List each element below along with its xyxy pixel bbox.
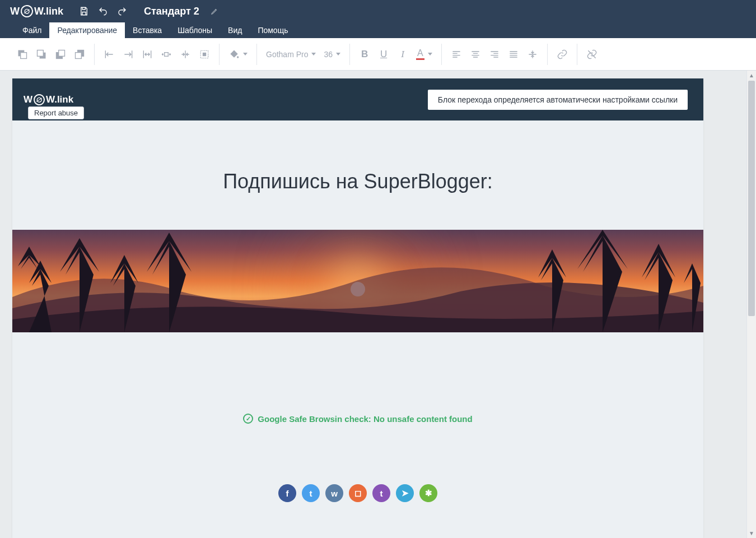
logo-text-right: W.link xyxy=(34,6,63,17)
safe-browsing-text: Google Safe Browsin check: No unsafe con… xyxy=(258,414,472,424)
hero-image[interactable] xyxy=(12,230,703,332)
vertical-scrollbar[interactable]: ▲ ▼ xyxy=(746,71,756,538)
font-size-value: 36 xyxy=(324,50,333,59)
quick-actions xyxy=(79,6,127,16)
trees-left-graphic xyxy=(12,230,214,332)
menu-file[interactable]: Файл xyxy=(15,22,49,38)
menu-help[interactable]: Помощь xyxy=(250,22,296,38)
page-headline[interactable]: Подпишись на SuperBlogger: xyxy=(12,170,703,193)
document-title-text: Стандарт 2 xyxy=(144,6,199,17)
svg-rect-3 xyxy=(38,50,44,56)
report-abuse-button[interactable]: Report abuse xyxy=(28,106,84,119)
check-shield-icon: ✓ xyxy=(243,414,253,424)
logo-text-left: W xyxy=(10,6,20,17)
align-right-edge-icon[interactable] xyxy=(123,49,134,60)
scrollbar-thumb[interactable] xyxy=(748,81,755,316)
chevron-down-icon xyxy=(311,53,316,55)
underline-button[interactable]: U xyxy=(378,49,389,60)
social-evernote-icon[interactable]: ✱ xyxy=(419,484,437,502)
chevron-down-icon xyxy=(336,53,340,55)
safe-browsing-status: ✓ Google Safe Browsin check: No unsafe c… xyxy=(12,414,703,424)
chevron-down-icon xyxy=(243,53,248,55)
logo-swirl-icon: ∅ xyxy=(20,4,35,19)
formatting-toolbar: Gotham Pro 36 B U I A xyxy=(0,38,756,71)
paint-bucket-icon xyxy=(228,49,240,60)
document-title[interactable]: Стандарт 2 xyxy=(144,6,218,17)
align-justify-icon[interactable] xyxy=(508,49,519,60)
link-icon[interactable] xyxy=(557,49,568,60)
fit-width-icon[interactable] xyxy=(142,49,153,60)
app-logo: W ∅ W.link xyxy=(10,5,63,17)
page-logo-right: W.link xyxy=(46,94,73,105)
align-center-icon[interactable] xyxy=(470,49,481,60)
scroll-down-arrow-icon[interactable]: ▼ xyxy=(747,528,756,538)
edit-title-icon[interactable] xyxy=(211,7,218,15)
svg-rect-8 xyxy=(165,52,169,56)
font-family-value: Gotham Pro xyxy=(266,50,308,59)
layer-back-icon[interactable] xyxy=(36,49,47,60)
menu-view[interactable]: Вид xyxy=(220,22,250,38)
scroll-up-arrow-icon[interactable]: ▲ xyxy=(747,71,756,80)
menu-insert[interactable]: Вставка xyxy=(125,22,170,38)
menu-bar: Файл Редактирование Вставка Шаблоны Вид … xyxy=(0,22,756,38)
align-middle-icon[interactable] xyxy=(527,49,538,60)
social-instagram-icon[interactable]: ◻ xyxy=(349,484,367,502)
page-preview[interactable]: W ∅ W.link Блок перехода определяется ав… xyxy=(12,78,703,538)
text-color-picker[interactable]: A xyxy=(416,48,432,60)
page-header: W ∅ W.link Блок перехода определяется ав… xyxy=(12,78,703,120)
social-facebook-icon[interactable]: f xyxy=(278,484,296,502)
text-color-icon: A xyxy=(416,48,424,60)
undo-icon[interactable] xyxy=(98,6,108,16)
italic-button[interactable]: I xyxy=(397,49,408,60)
align-right-icon[interactable] xyxy=(489,49,500,60)
redo-icon[interactable] xyxy=(117,6,127,16)
stretch-h-icon[interactable] xyxy=(161,49,172,60)
font-family-select[interactable]: Gotham Pro xyxy=(266,50,316,59)
trees-right-graphic xyxy=(524,230,703,332)
svg-rect-5 xyxy=(59,50,65,56)
svg-rect-7 xyxy=(76,52,82,58)
page-logo: W ∅ W.link xyxy=(24,94,73,105)
selection-bounds-icon[interactable] xyxy=(199,49,210,60)
svg-rect-10 xyxy=(203,53,206,55)
bold-button[interactable]: B xyxy=(359,49,370,60)
font-size-select[interactable]: 36 xyxy=(324,50,340,59)
social-vk-icon[interactable]: w xyxy=(325,484,343,502)
social-telegram-icon[interactable]: ➤ xyxy=(396,484,414,502)
menu-edit[interactable]: Редактирование xyxy=(49,22,125,38)
editor-canvas[interactable]: W ∅ W.link Блок перехода определяется ав… xyxy=(0,71,746,538)
unlink-icon[interactable] xyxy=(586,49,598,60)
title-bar: W ∅ W.link Стандарт 2 xyxy=(0,0,756,22)
logo-swirl-icon: ∅ xyxy=(32,92,46,106)
compress-h-icon[interactable] xyxy=(180,49,191,60)
social-icons-row: ftw◻t➤✱ xyxy=(12,484,703,502)
save-icon[interactable] xyxy=(79,6,89,16)
layer-backward-icon[interactable] xyxy=(74,49,85,60)
svg-rect-1 xyxy=(21,52,27,58)
chevron-down-icon xyxy=(428,53,432,55)
menu-templates[interactable]: Шаблоны xyxy=(170,22,220,38)
svg-point-11 xyxy=(237,56,239,58)
transition-notice[interactable]: Блок перехода определяется автоматически… xyxy=(428,90,688,110)
fill-color-picker[interactable] xyxy=(228,49,248,60)
align-left-icon[interactable] xyxy=(451,49,462,60)
social-tumblr-icon[interactable]: t xyxy=(372,484,390,502)
page-logo-left: W xyxy=(24,94,32,105)
align-left-edge-icon[interactable] xyxy=(104,49,115,60)
layer-forward-icon[interactable] xyxy=(55,49,66,60)
layer-front-icon[interactable] xyxy=(17,49,28,60)
social-twitter-icon[interactable]: t xyxy=(302,484,320,502)
